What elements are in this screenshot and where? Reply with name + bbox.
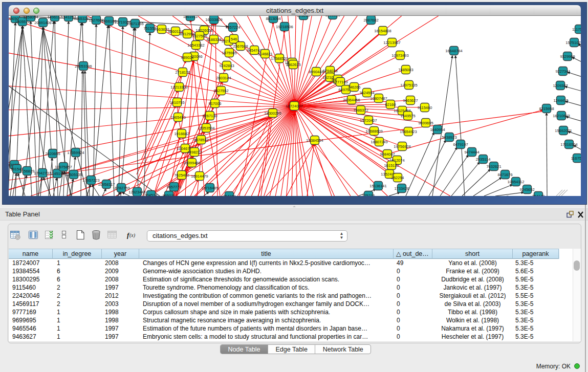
- svg-text:7857224: 7857224: [225, 25, 240, 30]
- svg-text:1496112: 1496112: [48, 16, 62, 19]
- svg-text:7986372: 7986372: [353, 108, 368, 113]
- svg-text:15136141: 15136141: [369, 184, 386, 188]
- svg-text:904514: 904514: [144, 193, 157, 196]
- svg-text:10671355: 10671355: [126, 21, 143, 26]
- svg-text:17942737: 17942737: [34, 171, 51, 176]
- svg-text:9463627: 9463627: [403, 98, 418, 103]
- svg-text:1156829: 1156829: [20, 169, 35, 173]
- svg-text:4498222: 4498222: [187, 150, 202, 155]
- svg-text:18300295: 18300295: [264, 111, 281, 116]
- svg-text:9227341: 9227341: [555, 69, 570, 74]
- svg-text:1358054: 1358054: [23, 16, 38, 19]
- svg-text:7632621: 7632621: [486, 164, 501, 169]
- svg-text:12213967: 12213967: [383, 40, 400, 45]
- svg-text:9657771: 9657771: [166, 185, 181, 189]
- svg-text:19756928: 19756928: [394, 144, 410, 149]
- svg-text:1640954: 1640954: [430, 127, 445, 132]
- svg-text:1549575: 1549575: [400, 114, 415, 118]
- svg-text:62160: 62160: [385, 102, 396, 107]
- svg-text:10973493: 10973493: [391, 53, 408, 58]
- svg-text:18724007: 18724007: [286, 104, 302, 108]
- svg-text:252254: 252254: [391, 176, 404, 180]
- svg-text:2367608: 2367608: [233, 44, 248, 49]
- svg-text:2087682: 2087682: [363, 18, 378, 23]
- svg-text:10975857: 10975857: [55, 165, 72, 169]
- svg-text:1861911: 1861911: [183, 16, 198, 19]
- svg-text:12505135: 12505135: [65, 172, 82, 177]
- svg-text:1145194: 1145194: [50, 171, 65, 176]
- svg-text:8471676: 8471676: [497, 172, 512, 177]
- svg-text:1733426: 1733426: [394, 186, 409, 191]
- svg-text:1065831: 1065831: [325, 16, 340, 17]
- svg-text:19654923: 19654923: [400, 129, 417, 134]
- svg-text:264169: 264169: [223, 194, 235, 196]
- svg-text:13716485: 13716485: [201, 186, 218, 190]
- svg-text:1209387: 1209387: [553, 83, 568, 88]
- svg-text:20364456: 20364456: [343, 98, 360, 102]
- svg-text:8878532: 8878532: [193, 138, 208, 142]
- svg-text:15751074: 15751074: [565, 40, 581, 45]
- svg-text:546: 546: [231, 37, 237, 41]
- svg-text:20691406: 20691406: [34, 20, 51, 25]
- svg-text:16782759: 16782759: [113, 186, 129, 190]
- svg-text:9699695: 9699695: [418, 121, 433, 125]
- svg-text:7485003: 7485003: [398, 68, 413, 72]
- svg-text:9474444: 9474444: [464, 150, 479, 155]
- svg-text:3624554: 3624554: [359, 91, 374, 95]
- svg-text:8215958: 8215958: [539, 106, 554, 111]
- svg-text:5938923: 5938923: [442, 135, 456, 140]
- svg-text:8186328: 8186328: [206, 37, 221, 42]
- svg-text:175216: 175216: [362, 193, 375, 196]
- svg-text:1875985: 1875985: [222, 51, 236, 55]
- svg-text:8427552: 8427552: [213, 89, 228, 93]
- svg-text:2020655: 2020655: [45, 151, 60, 156]
- svg-text:1916682: 1916682: [174, 132, 189, 136]
- svg-text:2935114: 2935114: [476, 157, 491, 162]
- svg-text:9084067: 9084067: [380, 152, 395, 157]
- svg-text:1117543: 1117543: [572, 27, 581, 32]
- svg-text:6479197: 6479197: [453, 142, 468, 147]
- svg-text:18807249: 18807249: [371, 140, 387, 144]
- svg-text:11353594: 11353594: [198, 126, 215, 130]
- svg-text:16033809: 16033809: [205, 17, 222, 22]
- svg-text:20053346: 20053346: [75, 64, 92, 69]
- svg-text:17016504: 17016504: [560, 142, 577, 147]
- svg-text:9329966: 9329966: [560, 54, 575, 59]
- svg-text:12975135: 12975135: [400, 83, 417, 87]
- svg-text:15720407: 15720407: [360, 118, 377, 123]
- svg-text:16099488: 16099488: [183, 161, 200, 165]
- svg-text:(x): (x): [129, 232, 136, 238]
- svg-text:2803144: 2803144: [216, 76, 231, 80]
- svg-text:264170: 264170: [532, 194, 545, 196]
- svg-text:8267130: 8267130: [202, 114, 217, 118]
- svg-text:8813054: 8813054: [266, 16, 280, 21]
- svg-text:9115460: 9115460: [418, 105, 432, 110]
- svg-text:7625402: 7625402: [174, 173, 189, 178]
- svg-text:16210643: 16210643: [553, 114, 570, 118]
- svg-text:1244415: 1244415: [553, 98, 568, 103]
- svg-text:9245652: 9245652: [519, 187, 534, 192]
- svg-text:19384554: 19384554: [306, 138, 323, 143]
- svg-text:116753: 116753: [571, 156, 581, 161]
- svg-text:10654112: 10654112: [508, 180, 525, 184]
- svg-text:17957223: 17957223: [82, 178, 99, 183]
- svg-text:9327506: 9327506: [192, 34, 207, 38]
- svg-text:8990448: 8990448: [309, 70, 323, 74]
- svg-text:16154808: 16154808: [374, 29, 391, 33]
- svg-text:989024: 989024: [181, 55, 193, 60]
- svg-text:12213369: 12213369: [170, 85, 187, 90]
- svg-text:9146821: 9146821: [257, 52, 272, 56]
- svg-text:10807487: 10807487: [370, 96, 387, 101]
- svg-text:917006: 917006: [208, 101, 221, 106]
- svg-text:1615132: 1615132: [384, 163, 399, 168]
- svg-text:1965493: 1965493: [170, 115, 185, 120]
- svg-text:19218506: 19218506: [276, 25, 293, 29]
- svg-text:12923448: 12923448: [128, 190, 145, 194]
- svg-text:10688609: 10688609: [365, 129, 382, 134]
- svg-text:746266: 746266: [347, 85, 360, 90]
- svg-text:873019: 873019: [297, 16, 310, 18]
- svg-text:9777169: 9777169: [333, 80, 347, 84]
- svg-text:16543382: 16543382: [187, 43, 204, 48]
- svg-text:17359924: 17359924: [67, 150, 84, 155]
- svg-text:1010755: 1010755: [169, 100, 184, 105]
